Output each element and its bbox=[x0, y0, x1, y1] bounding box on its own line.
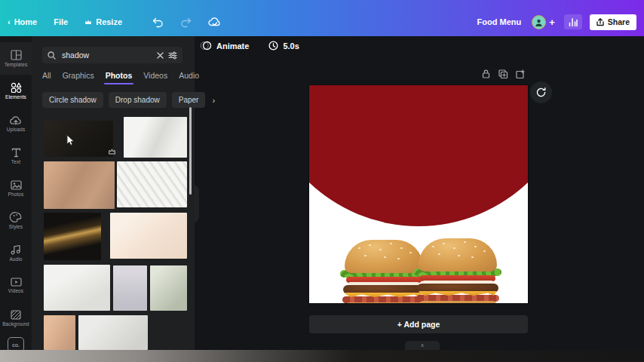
dark-shadow-photo[interactable] bbox=[44, 121, 113, 157]
sidebar-rail: Templates Elements Uploads Text Photos S… bbox=[0, 36, 32, 362]
sidebar-label-templates: Templates bbox=[5, 62, 28, 67]
insights-chart-button[interactable] bbox=[564, 14, 582, 29]
styles-icon bbox=[11, 212, 22, 222]
sidebar-label-text: Text bbox=[11, 159, 20, 164]
add-member-button[interactable]: + bbox=[549, 17, 555, 28]
videos-icon bbox=[11, 278, 22, 287]
bottom-gradient-strip bbox=[0, 350, 644, 362]
sidebar-label-videos: Videos bbox=[8, 288, 23, 293]
templates-icon bbox=[11, 50, 22, 60]
gray-diagonal-shadow-photo[interactable] bbox=[151, 315, 187, 350]
co-badge-label: co. bbox=[12, 342, 20, 348]
red-circle-shape[interactable] bbox=[309, 85, 528, 226]
panel-scrollbar[interactable] bbox=[189, 107, 192, 195]
object-toolbar: Animate 5.0s bbox=[201, 41, 299, 51]
burger-image-right[interactable] bbox=[413, 238, 502, 303]
search-icon bbox=[48, 51, 56, 60]
palm-shadow-tan-photo[interactable] bbox=[44, 161, 115, 209]
search-input[interactable] bbox=[60, 50, 152, 60]
background-icon bbox=[11, 310, 21, 320]
sidebar-item-videos[interactable]: Videos bbox=[0, 269, 32, 302]
tab-audio[interactable]: Audio bbox=[179, 71, 199, 83]
lock-page-icon[interactable] bbox=[482, 69, 490, 78]
undo-button[interactable] bbox=[152, 17, 164, 27]
elements-panel: All Graphics Photos Videos Audio Circle … bbox=[32, 36, 195, 362]
share-label: Share bbox=[608, 17, 630, 26]
resize-label: Resize bbox=[96, 17, 122, 26]
file-menu-button[interactable]: File bbox=[54, 17, 68, 26]
avatar[interactable] bbox=[532, 15, 546, 29]
sidebar-item-styles[interactable]: Styles bbox=[0, 204, 32, 237]
back-chevron-icon: ‹ bbox=[8, 17, 11, 26]
gold-light-streaks-photo[interactable] bbox=[44, 213, 101, 260]
sidebar-item-text[interactable]: Text bbox=[0, 140, 32, 172]
collapse-chevron-icon: ∧ bbox=[420, 342, 424, 348]
search-results-grid bbox=[44, 115, 189, 350]
redo-button[interactable] bbox=[180, 17, 192, 27]
resize-button[interactable]: Resize bbox=[84, 17, 122, 26]
add-page-icon[interactable] bbox=[516, 69, 525, 78]
design-page[interactable] bbox=[309, 85, 528, 303]
sidebar-label-elements: Elements bbox=[5, 94, 26, 100]
filter-settings-icon[interactable] bbox=[168, 51, 177, 60]
stripe-shadow-white-photo[interactable] bbox=[117, 161, 187, 207]
cream-shadow-photo[interactable] bbox=[110, 213, 187, 259]
animate-icon bbox=[201, 41, 212, 51]
chips-more-chevron-icon[interactable]: › bbox=[212, 96, 215, 105]
result-type-tabs: All Graphics Photos Videos Audio bbox=[42, 68, 190, 86]
photos-icon bbox=[11, 180, 22, 190]
sidebar-item-elements[interactable]: Elements bbox=[0, 75, 32, 107]
tab-all[interactable]: All bbox=[42, 71, 51, 83]
text-icon bbox=[11, 148, 21, 158]
sidebar-label-photos: Photos bbox=[8, 192, 24, 197]
sidebar-item-uploads[interactable]: Uploads bbox=[0, 107, 32, 140]
top-bar: ‹ Home File Resize Food Menu bbox=[0, 0, 644, 36]
sidebar-label-background: Background bbox=[2, 321, 29, 327]
pro-crown-icon bbox=[108, 148, 116, 155]
document-title[interactable]: Food Menu bbox=[477, 17, 522, 26]
search-bar[interactable] bbox=[42, 47, 182, 63]
sidebar-label-styles: Styles bbox=[9, 224, 23, 229]
tab-graphics[interactable]: Graphics bbox=[63, 71, 94, 83]
add-page-button[interactable]: + Add page bbox=[309, 315, 528, 333]
canvas-area: Animate 5.0s bbox=[195, 36, 644, 362]
burger-top-bun bbox=[345, 240, 423, 273]
home-label: Home bbox=[14, 17, 38, 26]
burger-bottom-bun bbox=[419, 301, 497, 303]
tab-photos[interactable]: Photos bbox=[106, 71, 133, 83]
sage-window-shadow-photo[interactable] bbox=[150, 265, 187, 311]
sidebar-item-photos[interactable]: Photos bbox=[0, 172, 32, 204]
cloud-save-icon[interactable] bbox=[208, 17, 222, 27]
chip-paper[interactable]: Paper bbox=[172, 92, 206, 108]
duration-button[interactable]: 5.0s bbox=[268, 41, 299, 51]
sidebar-item-background[interactable]: Background bbox=[0, 302, 32, 334]
timeline-collapse-tab[interactable]: ∧ bbox=[405, 341, 440, 350]
uploads-icon bbox=[10, 115, 22, 125]
sidebar-item-templates[interactable]: Templates bbox=[0, 42, 32, 75]
home-button[interactable]: ‹ Home bbox=[8, 17, 37, 26]
refresh-icon bbox=[535, 87, 547, 98]
chip-drop-shadow[interactable]: Drop shadow bbox=[109, 92, 167, 108]
sidebar-item-audio[interactable]: Audio bbox=[0, 237, 32, 269]
burger-bottom-bun bbox=[345, 302, 423, 303]
canva-editor: ‹ Home File Resize Food Menu bbox=[0, 0, 644, 362]
page-controls bbox=[482, 69, 525, 78]
clear-search-icon[interactable] bbox=[157, 52, 164, 59]
tab-videos[interactable]: Videos bbox=[143, 71, 167, 83]
soft-plant-shadow-photo[interactable] bbox=[44, 265, 110, 311]
lavender-blur-shadow-photo[interactable] bbox=[113, 265, 147, 311]
leaf-shadow-white-photo[interactable] bbox=[124, 117, 187, 158]
elements-icon bbox=[11, 82, 22, 93]
crown-icon bbox=[84, 19, 92, 25]
clock-icon bbox=[268, 41, 278, 51]
sidebar-label-uploads: Uploads bbox=[7, 127, 26, 132]
animate-button[interactable]: Animate bbox=[201, 41, 249, 51]
palm-frond-gray-photo[interactable] bbox=[78, 315, 148, 350]
tan-leaf-shadow-photo[interactable] bbox=[44, 315, 75, 350]
refresh-design-button[interactable] bbox=[530, 81, 552, 103]
duplicate-page-icon[interactable] bbox=[498, 69, 508, 78]
file-label: File bbox=[54, 17, 68, 26]
audio-icon bbox=[11, 244, 21, 255]
chip-circle-shadow[interactable]: Circle shadow bbox=[42, 92, 103, 108]
share-button[interactable]: Share bbox=[590, 14, 636, 30]
